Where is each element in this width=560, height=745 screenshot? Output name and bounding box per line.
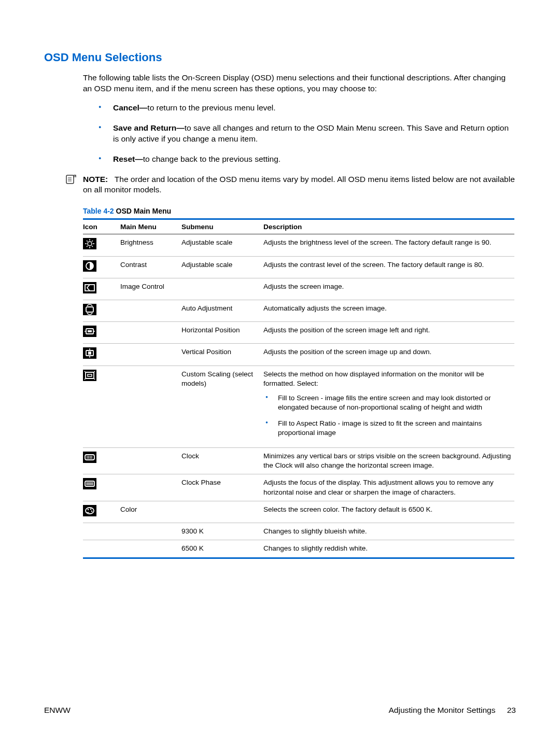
table-row: ColorSelects the screen color. The facto… — [83, 501, 514, 523]
col-header-sub: Submenu — [181, 219, 263, 234]
description-cell: Automatically adjusts the screen image. — [263, 300, 514, 322]
svg-rect-44 — [83, 505, 96, 516]
table-row: 6500 KChanges to slightly reddish white. — [83, 540, 514, 558]
description-cell: Changes to slightly reddish white. — [263, 540, 514, 558]
custom-scaling-icon — [83, 366, 120, 447]
table-row: ClockMinimizes any vertical bars or stri… — [83, 448, 514, 474]
option-bold: Cancel— — [113, 103, 147, 112]
submenu-cell: Vertical Position — [181, 344, 263, 366]
clock-icon — [83, 448, 120, 474]
osd-main-menu-table: Icon Main Menu Submenu Description Brigh… — [83, 218, 514, 558]
option-bold: Save and Return— — [113, 123, 185, 132]
svg-point-46 — [88, 509, 89, 511]
note-icon — [65, 175, 77, 184]
col-header-main: Main Menu — [120, 219, 181, 234]
option-bold: Reset— — [113, 154, 143, 163]
empty-icon-cell — [83, 523, 120, 540]
table-row: BrightnessAdjustable scaleAdjusts the br… — [83, 234, 514, 256]
main-menu-cell — [120, 366, 181, 447]
footer-right-text: Adjusting the Monitor Settings — [389, 706, 496, 714]
svg-rect-27 — [88, 352, 91, 355]
description-cell: Adjusts the screen image. — [263, 278, 514, 300]
submenu-cell: Auto Adjustment — [181, 300, 263, 322]
table-row: Clock PhaseAdjusts the focus of the disp… — [83, 474, 514, 501]
table-row: 9300 KChanges to slightly blueish white. — [83, 523, 514, 540]
svg-rect-18 — [83, 304, 96, 315]
table-row: Custom Scaling (select models)Selects th… — [83, 366, 514, 447]
note-text: The order and location of the OSD menu i… — [83, 175, 515, 194]
main-menu-cell: Image Control — [120, 278, 181, 300]
note-block: NOTE: The order and location of the OSD … — [65, 174, 516, 196]
intro-text: The following table lists the On-Screen … — [83, 73, 516, 94]
description-cell: Selects the screen color. The factory de… — [263, 501, 514, 523]
contrast-icon — [83, 256, 120, 278]
section-heading: OSD Menu Selections — [44, 51, 516, 64]
main-menu-cell — [120, 474, 181, 501]
color-icon — [83, 501, 120, 523]
col-header-desc: Description — [263, 219, 514, 234]
table-row: Auto AdjustmentAutomatically adjusts the… — [83, 300, 514, 322]
horizontal-position-icon — [83, 322, 120, 344]
submenu-cell — [181, 278, 263, 300]
main-menu-cell — [120, 344, 181, 366]
description-cell: Changes to slightly blueish white. — [263, 523, 514, 540]
option-save-return: Save and Return—to save all changes and … — [99, 123, 516, 145]
table-caption: Table 4-2 OSD Main Menu — [83, 207, 516, 215]
main-menu-cell — [120, 322, 181, 344]
submenu-cell: 9300 K — [181, 523, 263, 540]
description-cell: Adjusts the position of the screen image… — [263, 344, 514, 366]
description-cell: Adjusts the brightness level of the scre… — [263, 234, 514, 256]
page-footer: ENWW Adjusting the Monitor Settings 23 — [44, 706, 516, 715]
table-row: Horizontal PositionAdjusts the position … — [83, 322, 514, 344]
option-rest: to return to the previous menu level. — [147, 103, 275, 112]
description-sublist: Fill to Screen - image fills the entire … — [263, 393, 511, 438]
footer-left: ENWW — [44, 706, 71, 715]
submenu-cell: Adjustable scale — [181, 234, 263, 256]
main-menu-cell — [120, 540, 181, 558]
main-menu-cell — [120, 300, 181, 322]
note-label: NOTE: — [83, 175, 108, 184]
table-caption-name: OSD Main Menu — [114, 207, 171, 215]
table-row: Vertical PositionAdjusts the position of… — [83, 344, 514, 366]
option-cancel: Cancel—to return to the previous menu le… — [99, 103, 516, 114]
empty-icon-cell — [83, 540, 120, 558]
image-control-icon — [83, 278, 120, 300]
svg-point-48 — [91, 511, 93, 512]
option-rest: to change back to the previous setting. — [143, 154, 281, 163]
submenu-cell: 6500 K — [181, 540, 263, 558]
description-cell: Adjusts the focus of the display. This a… — [263, 474, 514, 501]
submenu-cell: Clock Phase — [181, 474, 263, 501]
main-menu-cell: Contrast — [120, 256, 181, 278]
description-subitem: Fill to Screen - image fills the entire … — [263, 393, 511, 412]
svg-rect-22 — [88, 330, 92, 332]
option-reset: Reset—to change back to the previous set… — [99, 154, 516, 165]
clock-phase-icon — [83, 474, 120, 501]
vertical-position-icon — [83, 344, 120, 366]
description-cell: Adjusts the position of the screen image… — [263, 322, 514, 344]
table-row: Image ControlAdjusts the screen image. — [83, 278, 514, 300]
main-menu-cell: Brightness — [120, 234, 181, 256]
options-list: Cancel—to return to the previous menu le… — [99, 103, 516, 165]
submenu-cell: Horizontal Position — [181, 322, 263, 344]
submenu-cell: Clock — [181, 448, 263, 474]
main-menu-cell — [120, 523, 181, 540]
auto-adjust-icon — [83, 300, 120, 322]
svg-point-47 — [90, 509, 92, 510]
table-row: ContrastAdjustable scaleAdjusts the cont… — [83, 256, 514, 278]
submenu-cell: Custom Scaling (select models) — [181, 366, 263, 447]
submenu-cell: Adjustable scale — [181, 256, 263, 278]
col-header-icon: Icon — [83, 219, 120, 234]
footer-page-number: 23 — [507, 706, 516, 714]
brightness-icon — [83, 234, 120, 256]
main-menu-cell — [120, 448, 181, 474]
description-cell: Selects the method on how displayed info… — [263, 366, 514, 447]
description-cell: Minimizes any vertical bars or strips vi… — [263, 448, 514, 474]
main-menu-cell: Color — [120, 501, 181, 523]
table-caption-number: Table 4-2 — [83, 207, 114, 215]
description-cell: Adjusts the contrast level of the screen… — [263, 256, 514, 278]
submenu-cell — [181, 501, 263, 523]
description-subitem: Fill to Aspect Ratio - image is sized to… — [263, 419, 511, 438]
